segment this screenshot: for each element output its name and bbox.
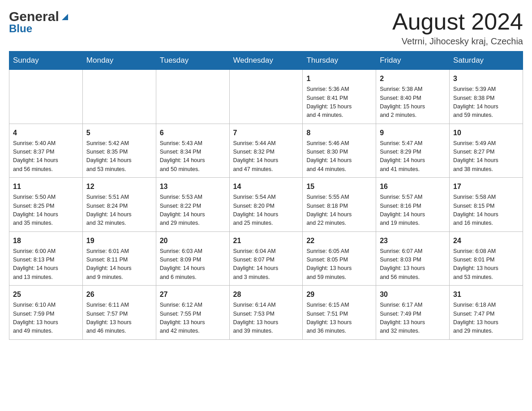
logo: General Blue	[9, 9, 70, 35]
calendar-cell: 19Sunrise: 6:01 AM Sunset: 8:11 PM Dayli…	[82, 231, 156, 286]
calendar-cell: 28Sunrise: 6:14 AM Sunset: 7:53 PM Dayli…	[229, 286, 303, 340]
logo-triangle-icon	[60, 12, 70, 21]
calendar-cell: 5Sunrise: 5:42 AM Sunset: 8:35 PM Daylig…	[82, 124, 156, 178]
day-number: 22	[306, 235, 372, 246]
calendar-cell: 16Sunrise: 5:57 AM Sunset: 8:16 PM Dayli…	[376, 178, 450, 232]
day-number: 4	[13, 128, 79, 138]
day-info: Sunrise: 5:39 AM Sunset: 8:38 PM Dayligh…	[453, 85, 519, 120]
day-info: Sunrise: 6:04 AM Sunset: 8:07 PM Dayligh…	[233, 247, 299, 282]
calendar-cell	[82, 70, 156, 124]
day-info: Sunrise: 5:42 AM Sunset: 8:35 PM Dayligh…	[86, 139, 152, 174]
logo-general: General	[9, 9, 59, 24]
calendar-cell: 17Sunrise: 5:58 AM Sunset: 8:15 PM Dayli…	[450, 178, 523, 232]
day-number: 27	[160, 289, 226, 300]
calendar-cell: 30Sunrise: 6:17 AM Sunset: 7:49 PM Dayli…	[376, 286, 450, 340]
calendar-cell: 21Sunrise: 6:04 AM Sunset: 8:07 PM Dayli…	[229, 231, 303, 286]
day-number: 20	[160, 235, 226, 246]
day-number: 7	[233, 128, 299, 138]
day-info: Sunrise: 5:38 AM Sunset: 8:40 PM Dayligh…	[380, 85, 446, 120]
logo-blue: Blue	[9, 22, 32, 35]
calendar-week-1: 1Sunrise: 5:36 AM Sunset: 8:41 PM Daylig…	[9, 70, 523, 124]
day-info: Sunrise: 5:49 AM Sunset: 8:27 PM Dayligh…	[453, 139, 519, 174]
day-number: 10	[453, 128, 519, 138]
location: Vetrni, Jihocesky kraj, Czechia	[392, 36, 523, 47]
calendar-cell: 12Sunrise: 5:51 AM Sunset: 8:24 PM Dayli…	[82, 178, 156, 232]
day-number: 19	[86, 235, 152, 246]
calendar-cell: 15Sunrise: 5:55 AM Sunset: 8:18 PM Dayli…	[303, 178, 376, 232]
calendar-week-5: 25Sunrise: 6:10 AM Sunset: 7:59 PM Dayli…	[9, 286, 523, 340]
day-number: 9	[380, 128, 446, 138]
day-number: 17	[453, 181, 519, 192]
day-number: 29	[306, 289, 372, 300]
day-info: Sunrise: 5:47 AM Sunset: 8:29 PM Dayligh…	[380, 139, 446, 174]
calendar-cell: 2Sunrise: 5:38 AM Sunset: 8:40 PM Daylig…	[376, 70, 450, 124]
title-section: August 2024 Vetrni, Jihocesky kraj, Czec…	[392, 9, 523, 47]
calendar-cell: 23Sunrise: 6:07 AM Sunset: 8:03 PM Dayli…	[376, 231, 450, 286]
weekday-header-tuesday: Tuesday	[156, 51, 229, 70]
day-info: Sunrise: 5:51 AM Sunset: 8:24 PM Dayligh…	[86, 193, 152, 228]
weekday-header-wednesday: Wednesday	[229, 51, 303, 70]
day-info: Sunrise: 5:53 AM Sunset: 8:22 PM Dayligh…	[160, 193, 226, 228]
calendar-week-2: 4Sunrise: 5:40 AM Sunset: 8:37 PM Daylig…	[9, 124, 523, 178]
calendar-cell: 1Sunrise: 5:36 AM Sunset: 8:41 PM Daylig…	[303, 70, 376, 124]
day-info: Sunrise: 5:46 AM Sunset: 8:30 PM Dayligh…	[306, 139, 372, 174]
calendar-cell: 26Sunrise: 6:11 AM Sunset: 7:57 PM Dayli…	[82, 286, 156, 340]
svg-marker-0	[62, 14, 68, 20]
day-info: Sunrise: 5:43 AM Sunset: 8:34 PM Dayligh…	[160, 139, 226, 174]
day-number: 12	[86, 181, 152, 192]
day-info: Sunrise: 5:44 AM Sunset: 8:32 PM Dayligh…	[233, 139, 299, 174]
day-number: 13	[160, 181, 226, 192]
day-info: Sunrise: 6:14 AM Sunset: 7:53 PM Dayligh…	[233, 301, 299, 336]
day-info: Sunrise: 6:10 AM Sunset: 7:59 PM Dayligh…	[13, 301, 79, 336]
weekday-header-friday: Friday	[376, 51, 450, 70]
day-info: Sunrise: 6:05 AM Sunset: 8:05 PM Dayligh…	[306, 247, 372, 282]
calendar-cell: 14Sunrise: 5:54 AM Sunset: 8:20 PM Dayli…	[229, 178, 303, 232]
day-number: 24	[453, 235, 519, 246]
calendar-cell: 13Sunrise: 5:53 AM Sunset: 8:22 PM Dayli…	[156, 178, 229, 232]
day-info: Sunrise: 5:54 AM Sunset: 8:20 PM Dayligh…	[233, 193, 299, 228]
day-number: 2	[380, 73, 446, 84]
calendar-cell: 27Sunrise: 6:12 AM Sunset: 7:55 PM Dayli…	[156, 286, 229, 340]
calendar-cell: 3Sunrise: 5:39 AM Sunset: 8:38 PM Daylig…	[450, 70, 523, 124]
weekday-header-sunday: Sunday	[9, 51, 83, 70]
day-number: 23	[380, 235, 446, 246]
day-info: Sunrise: 6:08 AM Sunset: 8:01 PM Dayligh…	[453, 247, 519, 282]
day-info: Sunrise: 5:36 AM Sunset: 8:41 PM Dayligh…	[306, 85, 372, 120]
calendar-cell: 29Sunrise: 6:15 AM Sunset: 7:51 PM Dayli…	[303, 286, 376, 340]
day-info: Sunrise: 5:50 AM Sunset: 8:25 PM Dayligh…	[13, 193, 79, 228]
calendar-cell: 24Sunrise: 6:08 AM Sunset: 8:01 PM Dayli…	[450, 231, 523, 286]
calendar-cell: 20Sunrise: 6:03 AM Sunset: 8:09 PM Dayli…	[156, 231, 229, 286]
day-number: 6	[160, 128, 226, 138]
calendar-cell: 9Sunrise: 5:47 AM Sunset: 8:29 PM Daylig…	[376, 124, 450, 178]
weekday-header-monday: Monday	[82, 51, 156, 70]
calendar-cell: 8Sunrise: 5:46 AM Sunset: 8:30 PM Daylig…	[303, 124, 376, 178]
day-info: Sunrise: 5:55 AM Sunset: 8:18 PM Dayligh…	[306, 193, 372, 228]
day-info: Sunrise: 5:58 AM Sunset: 8:15 PM Dayligh…	[453, 193, 519, 228]
day-info: Sunrise: 6:03 AM Sunset: 8:09 PM Dayligh…	[160, 247, 226, 282]
day-number: 1	[306, 73, 372, 84]
day-number: 3	[453, 73, 519, 84]
weekday-header-row: SundayMondayTuesdayWednesdayThursdayFrid…	[9, 51, 523, 70]
day-info: Sunrise: 5:57 AM Sunset: 8:16 PM Dayligh…	[380, 193, 446, 228]
day-number: 14	[233, 181, 299, 192]
weekday-header-thursday: Thursday	[303, 51, 376, 70]
calendar-cell: 31Sunrise: 6:18 AM Sunset: 7:47 PM Dayli…	[450, 286, 523, 340]
calendar-cell: 4Sunrise: 5:40 AM Sunset: 8:37 PM Daylig…	[9, 124, 83, 178]
day-info: Sunrise: 6:15 AM Sunset: 7:51 PM Dayligh…	[306, 301, 372, 336]
day-info: Sunrise: 6:00 AM Sunset: 8:13 PM Dayligh…	[13, 247, 79, 282]
day-number: 8	[306, 128, 372, 138]
day-info: Sunrise: 6:12 AM Sunset: 7:55 PM Dayligh…	[160, 301, 226, 336]
calendar-cell: 7Sunrise: 5:44 AM Sunset: 8:32 PM Daylig…	[229, 124, 303, 178]
day-number: 18	[13, 235, 79, 246]
calendar: SundayMondayTuesdayWednesdayThursdayFrid…	[9, 51, 523, 340]
day-number: 25	[13, 289, 79, 300]
calendar-cell: 25Sunrise: 6:10 AM Sunset: 7:59 PM Dayli…	[9, 286, 83, 340]
day-number: 30	[380, 289, 446, 300]
day-number: 31	[453, 289, 519, 300]
day-number: 15	[306, 181, 372, 192]
day-number: 26	[86, 289, 152, 300]
calendar-cell: 6Sunrise: 5:43 AM Sunset: 8:34 PM Daylig…	[156, 124, 229, 178]
day-number: 16	[380, 181, 446, 192]
calendar-cell	[229, 70, 303, 124]
calendar-week-4: 18Sunrise: 6:00 AM Sunset: 8:13 PM Dayli…	[9, 231, 523, 286]
